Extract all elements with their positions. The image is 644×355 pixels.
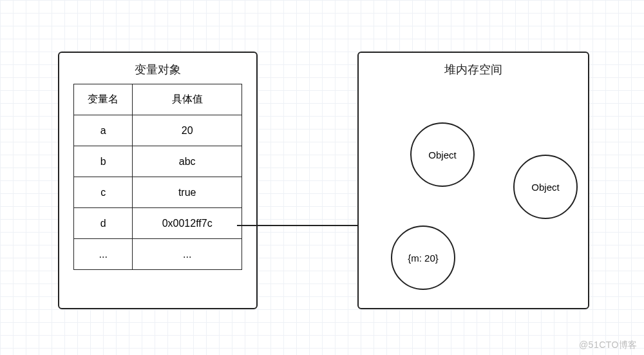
table-header-row: 变量名 具体值 bbox=[74, 84, 242, 115]
table-row: a 20 bbox=[74, 115, 242, 146]
variable-table: 变量名 具体值 a 20 b abc c true d bbox=[73, 84, 242, 270]
variable-table-wrap: 变量名 具体值 a 20 b abc c true d bbox=[59, 84, 256, 283]
heap-object: Object bbox=[513, 155, 578, 219]
heap-object-label: {m: 20} bbox=[408, 253, 439, 264]
heap-object-label: Object bbox=[531, 182, 559, 193]
cell-name: d bbox=[74, 208, 133, 239]
table-row: d 0x0012ff7c bbox=[74, 208, 242, 239]
table-row: ... ... bbox=[74, 239, 242, 270]
heap-memory-title: 堆内存空间 bbox=[359, 53, 588, 84]
heap-object: Object bbox=[410, 122, 475, 187]
cell-name: c bbox=[74, 177, 133, 208]
header-name: 变量名 bbox=[74, 84, 133, 115]
header-value: 具体值 bbox=[133, 84, 242, 115]
cell-value: 20 bbox=[133, 115, 242, 146]
table-row: b abc bbox=[74, 146, 242, 177]
cell-value: true bbox=[133, 177, 242, 208]
heap-object-label: Object bbox=[428, 149, 456, 160]
table-row: c true bbox=[74, 177, 242, 208]
cell-name: b bbox=[74, 146, 133, 177]
cell-value: ... bbox=[133, 239, 242, 270]
cell-value: 0x0012ff7c bbox=[133, 208, 242, 239]
heap-object-target: {m: 20} bbox=[391, 225, 455, 290]
variable-object-panel: 变量对象 变量名 具体值 a 20 b abc c tr bbox=[58, 52, 258, 309]
cell-name: a bbox=[74, 115, 133, 146]
heap-area: Object Object {m: 20} bbox=[359, 84, 588, 307]
cell-value: abc bbox=[133, 146, 242, 177]
watermark: @51CTO博客 bbox=[579, 340, 638, 351]
heap-memory-panel: 堆内存空间 Object Object {m: 20} bbox=[357, 52, 589, 309]
cell-name: ... bbox=[74, 239, 133, 270]
variable-object-title: 变量对象 bbox=[59, 53, 256, 84]
